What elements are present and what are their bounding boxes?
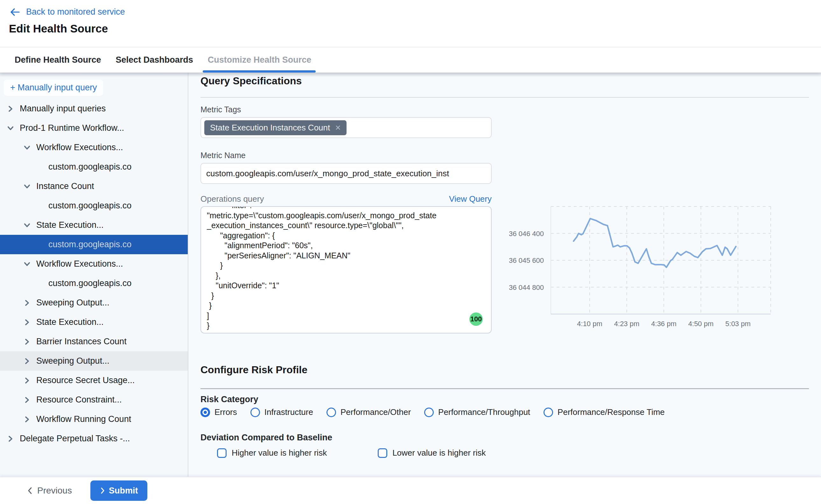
tree-item[interactable]: Sweeping Output... [0,351,188,371]
radio-icon[interactable] [250,408,260,417]
chevron-right-icon[interactable] [23,376,31,385]
wizard-footer: Previous Submit [0,477,821,504]
risk-category-radio-group: ErrorsInfrastructurePerformance/OtherPer… [200,407,665,417]
tree-item[interactable]: Workflow Executions... [0,138,188,157]
page-title: Edit Health Source [9,22,108,35]
chevron-right-icon[interactable] [23,415,31,423]
tab-define-health-source[interactable]: Define Health Source [15,47,101,73]
tree-item-label: Manually input queries [20,104,106,114]
radio-icon[interactable] [544,408,553,417]
metric-tags-label: Metric Tags [200,105,241,114]
tree-item[interactable]: State Execution... [0,312,188,332]
edit-health-source-page: Back to monitored service Edit Health So… [0,0,821,504]
main-panel: Query Specifications Metric Tags State E… [188,73,821,477]
risk-category-label: Risk Category [200,395,258,404]
tree-item[interactable]: Sweeping Output... [0,293,188,312]
tree-item[interactable]: Resource Secret Usage... [0,371,188,390]
chevron-right-icon[interactable] [6,435,15,443]
x-tick-label: 4:23 pm [614,320,640,328]
radio-icon[interactable] [424,408,434,417]
tree-item[interactable]: Manually input queries [0,99,188,118]
chevron-right-icon[interactable] [23,396,31,404]
chevron-down-icon[interactable] [6,124,15,132]
metric-preview-chart: 36 044 80036 045 60036 046 4004:10 pm4:2… [496,204,783,337]
metric-name-input[interactable] [200,163,492,184]
deviation-checkbox-group: Higher value is higher riskLower value i… [217,448,486,458]
tree-item[interactable]: Prod-1 Runtime Workflow... [0,118,188,138]
tree-item-label: Resource Constraint... [36,395,122,405]
chevron-right-icon[interactable] [6,105,15,113]
back-link-label: Back to monitored service [26,7,125,17]
operations-query-code: "filter": "metric.type=\"custom.googleap… [207,206,485,331]
risk-category-option[interactable]: Infrastructure [250,407,313,417]
tab-customize-health-source[interactable]: Customize Health Source [208,47,312,73]
risk-category-option[interactable]: Performance/Response Time [544,407,665,417]
chevron-down-icon[interactable] [23,182,31,191]
tree-item[interactable]: custom.googleapis.co [0,274,188,293]
tree-item[interactable]: Barrier Instances Count [0,332,188,351]
remove-tag-icon[interactable]: × [335,123,341,132]
query-specifications-title: Query Specifications [200,75,302,87]
chevron-right-icon[interactable] [23,338,31,346]
tree-item[interactable]: Workflow Running Count [0,409,188,429]
tree-item-label: Instance Count [36,181,94,191]
chevron-right-icon [100,487,105,494]
operations-query-row: Operations query View Query [200,194,492,204]
x-tick-label: 4:50 pm [688,320,714,328]
tree-item[interactable]: custom.googleapis.co [0,196,188,215]
chevron-right-icon[interactable] [23,318,31,326]
previous-button[interactable]: Previous [27,486,72,496]
operations-query-editor[interactable]: "filter": "metric.type=\"custom.googleap… [200,206,492,333]
tab-label: Select Dashboards [116,55,193,65]
add-manual-query-button[interactable]: + Manually input query [4,80,103,96]
view-query-link[interactable]: View Query [449,194,492,204]
active-tab-indicator [203,70,316,73]
deviation-label: Deviation Compared to Baseline [200,433,332,443]
tree-item[interactable]: custom.googleapis.co [0,157,188,177]
tree-item[interactable]: Instance Count [0,177,188,196]
sidebar-tree: Manually input queriesProd-1 Runtime Wor… [0,99,188,448]
radio-label: Performance/Throughput [438,407,530,417]
tree-item-label: custom.googleapis.co [48,278,131,288]
chevron-down-icon[interactable] [23,143,31,152]
tree-item[interactable]: Resource Constraint... [0,390,188,409]
chevron-down-icon[interactable] [23,221,31,229]
checkbox-icon[interactable] [217,448,227,458]
tab-select-dashboards[interactable]: Select Dashboards [116,47,193,73]
tree-item[interactable]: custom.googleapis.co [0,235,188,254]
tree-item-label: Delegate Perpetual Tasks -... [20,434,130,444]
radio-label: Performance/Other [340,407,411,417]
chevron-right-icon[interactable] [23,299,31,307]
tree-item-label: Sweeping Output... [36,356,109,366]
metric-tag-text: State Execution Instances Count [210,123,330,133]
y-tick-label: 36 044 800 [509,283,544,291]
radio-icon[interactable] [200,408,210,417]
tree-item[interactable]: State Execution... [0,215,188,235]
checkbox-icon[interactable] [378,448,387,458]
radio-label: Performance/Response Time [558,407,665,417]
y-tick-label: 36 045 600 [509,256,544,264]
previous-button-label: Previous [37,486,72,496]
tree-item-label: State Execution... [36,220,104,230]
tab-bar: Define Health SourceSelect DashboardsCus… [15,47,311,73]
tree-item-label: custom.googleapis.co [48,162,131,172]
chevron-down-icon[interactable] [23,260,31,268]
tree-item-label: Workflow Running Count [36,414,131,424]
tree-item-label: State Execution... [36,317,104,327]
submit-button[interactable]: Submit [90,480,148,501]
risk-category-option[interactable]: Performance/Other [326,407,411,417]
risk-category-option[interactable]: Performance/Throughput [424,407,530,417]
deviation-option[interactable]: Higher value is higher risk [217,448,327,458]
radio-icon[interactable] [326,408,336,417]
deviation-option[interactable]: Lower value is higher risk [378,448,486,458]
x-tick-label: 4:10 pm [577,320,602,328]
risk-category-option[interactable]: Errors [200,407,237,417]
chevron-right-icon[interactable] [23,357,31,365]
tree-item[interactable]: Workflow Executions... [0,254,188,274]
tree-item[interactable]: Delegate Perpetual Tasks -... [0,429,188,448]
back-link[interactable]: Back to monitored service [10,7,125,17]
metric-tags-input[interactable]: State Execution Instances Count × [200,117,492,138]
operations-query-label: Operations query [200,194,264,204]
section-divider [200,388,809,389]
section-divider [200,97,809,98]
